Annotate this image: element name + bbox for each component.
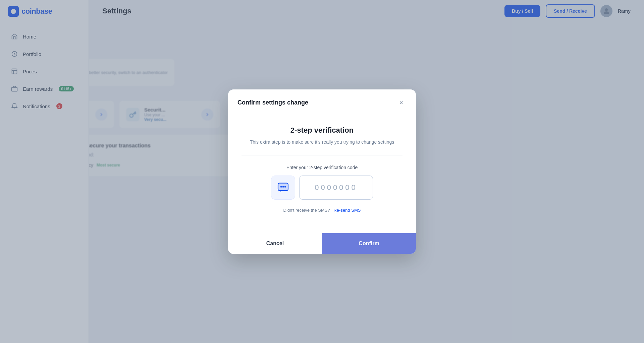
code-label: Enter your 2-step verification code: [241, 165, 402, 170]
sms-icon-box: [271, 176, 295, 200]
modal-divider: [241, 155, 402, 155]
svg-point-9: [280, 186, 282, 188]
code-input[interactable]: 0000000: [299, 176, 373, 200]
svg-point-11: [284, 186, 286, 188]
cancel-button[interactable]: Cancel: [228, 233, 322, 254]
resend-row: Didn't receive the SMS? Re-send SMS: [241, 208, 402, 213]
code-placeholder: 0000000: [315, 183, 358, 192]
code-input-row: 0000000: [241, 176, 402, 200]
confirm-button[interactable]: Confirm: [322, 233, 416, 254]
confirm-modal: Confirm settings change × 2-step verific…: [228, 89, 416, 254]
modal-twofa-desc: This extra step is to make sure it's rea…: [241, 139, 402, 146]
modal-body: 2-step verification This extra step is t…: [228, 115, 416, 233]
modal-header: Confirm settings change ×: [228, 89, 416, 115]
modal-twofa-title: 2-step verification: [241, 126, 402, 135]
modal-overlay[interactable]: Confirm settings change × 2-step verific…: [0, 0, 644, 343]
modal-close-button[interactable]: ×: [396, 97, 407, 108]
modal-title: Confirm settings change: [237, 99, 308, 106]
modal-footer: Cancel Confirm: [228, 233, 416, 254]
resend-link[interactable]: Re-send SMS: [333, 208, 361, 213]
svg-point-10: [282, 186, 284, 188]
resend-text: Didn't receive the SMS?: [283, 208, 330, 213]
